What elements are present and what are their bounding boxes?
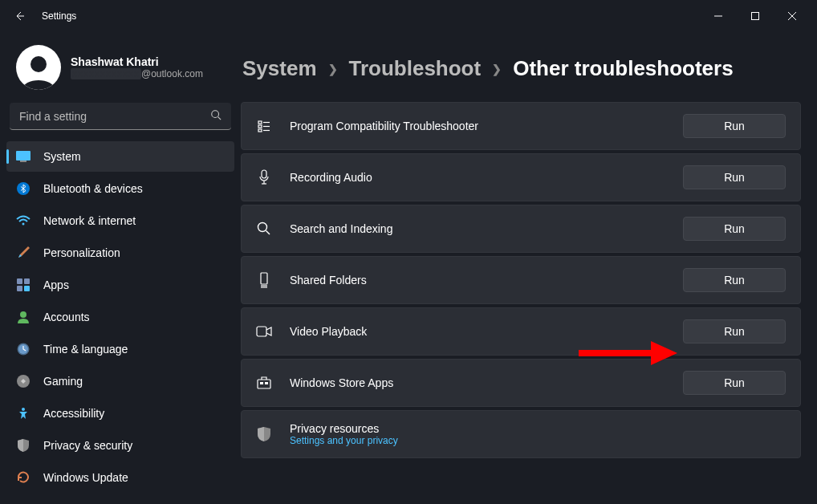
svg-rect-7 (16, 151, 30, 161)
maximize-button[interactable] (737, 3, 774, 29)
main-content: System ❯ Troubleshoot ❯ Other troublesho… (241, 32, 817, 504)
svg-rect-13 (17, 286, 22, 291)
profile-email: xxxxxxxxxxxx@outlook.com (71, 68, 203, 79)
nav-label: Accessibility (43, 407, 104, 420)
wifi-icon (16, 213, 30, 228)
nav-label: System (43, 150, 81, 163)
nav-item-personalization[interactable]: Personalization (6, 238, 234, 268)
folder-icon (256, 272, 272, 288)
troubleshooter-windows-store: Windows Store Apps Run (241, 359, 801, 407)
avatar (16, 45, 61, 90)
nav-label: Accounts (43, 311, 90, 323)
svg-rect-35 (258, 380, 270, 388)
svg-line-30 (266, 231, 270, 235)
troubleshooter-search-indexing: Search and Indexing Run (241, 205, 801, 253)
crumb-system[interactable]: System (242, 56, 317, 81)
profile-name: Shashwat Khatri (71, 55, 203, 68)
run-button[interactable]: Run (683, 371, 786, 395)
svg-point-15 (20, 311, 26, 318)
nav-label: Network & internet (43, 214, 136, 227)
search-input[interactable] (10, 103, 231, 130)
window-controls (700, 3, 811, 29)
svg-point-29 (258, 223, 267, 232)
troubleshooter-shared-folders: Shared Folders Run (241, 256, 801, 304)
close-icon (788, 12, 796, 20)
run-button[interactable]: Run (683, 114, 786, 138)
bluetooth-icon (16, 181, 30, 196)
svg-rect-31 (261, 273, 267, 284)
nav-item-accounts[interactable]: Accounts (6, 302, 234, 332)
svg-point-4 (30, 56, 47, 72)
clock-icon (16, 342, 30, 356)
compat-icon (256, 119, 272, 133)
privacy-resources-card[interactable]: Privacy resources Settings and your priv… (241, 410, 801, 458)
run-button[interactable]: Run (683, 319, 786, 343)
svg-rect-26 (262, 170, 266, 178)
troubleshooter-video-playback: Video Playback Run (241, 307, 801, 356)
nav-item-network[interactable]: Network & internet (6, 205, 234, 236)
svg-rect-20 (258, 121, 262, 124)
titlebar: Settings (0, 0, 817, 32)
svg-rect-22 (258, 125, 262, 128)
run-button[interactable]: Run (683, 217, 786, 241)
svg-rect-14 (24, 286, 30, 291)
account-icon (16, 310, 30, 324)
nav-item-accessibility[interactable]: Accessibility (6, 398, 234, 429)
nav-item-gaming[interactable]: Gaming (6, 366, 234, 396)
nav-item-apps[interactable]: Apps (6, 270, 234, 300)
shield-icon (16, 438, 30, 453)
shield-icon (256, 427, 272, 441)
run-button[interactable]: Run (683, 165, 786, 189)
troubleshooter-label: Search and Indexing (290, 222, 665, 235)
troubleshooter-recording-audio: Recording Audio Run (241, 153, 801, 201)
nav-item-privacy[interactable]: Privacy & security (6, 430, 234, 461)
profile-section[interactable]: Shashwat Khatri xxxxxxxxxxxx@outlook.com (6, 40, 234, 103)
mic-icon (256, 169, 272, 185)
nav-item-system[interactable]: System (6, 141, 234, 172)
search-icon (210, 109, 222, 124)
back-button[interactable] (6, 3, 32, 29)
svg-point-10 (22, 223, 25, 226)
troubleshooter-label: Shared Folders (290, 274, 665, 287)
chevron-right-icon: ❯ (328, 63, 338, 75)
svg-rect-12 (24, 278, 30, 284)
sidebar: Shashwat Khatri xxxxxxxxxxxx@outlook.com… (0, 32, 241, 504)
svg-rect-1 (752, 13, 759, 20)
nav-label: Bluetooth & devices (43, 182, 143, 195)
nav-list: System Bluetooth & devices Network & int… (6, 141, 234, 504)
nav-item-bluetooth[interactable]: Bluetooth & devices (6, 173, 234, 204)
apps-icon (16, 278, 30, 292)
search-icon (256, 222, 272, 236)
svg-rect-11 (17, 278, 22, 284)
svg-line-6 (218, 117, 222, 120)
svg-point-19 (22, 408, 25, 411)
svg-rect-8 (20, 161, 26, 162)
svg-rect-34 (257, 327, 266, 336)
back-arrow-icon (13, 10, 26, 22)
nav-item-update[interactable]: Windows Update (6, 462, 234, 493)
nav-label: Time & language (43, 343, 128, 356)
privacy-title: Privacy resources (290, 422, 786, 435)
nav-label: Apps (43, 278, 69, 291)
minimize-button[interactable] (700, 3, 737, 29)
chevron-right-icon: ❯ (492, 63, 502, 75)
system-icon (16, 149, 30, 164)
minimize-icon (714, 12, 722, 20)
video-icon (256, 326, 272, 337)
privacy-link[interactable]: Settings and your privacy (290, 435, 786, 446)
store-icon (256, 376, 272, 389)
gaming-icon (16, 374, 30, 388)
run-button[interactable]: Run (683, 268, 786, 292)
svg-rect-36 (260, 382, 263, 384)
close-button[interactable] (774, 3, 811, 29)
nav-label: Privacy & security (43, 439, 132, 452)
app-title: Settings (42, 10, 76, 22)
nav-item-time[interactable]: Time & language (6, 334, 234, 364)
svg-rect-37 (265, 382, 268, 384)
crumb-troubleshoot[interactable]: Troubleshoot (349, 56, 482, 81)
troubleshooter-label: Video Playback (290, 325, 665, 338)
nav-label: Gaming (43, 375, 83, 388)
update-icon (16, 470, 30, 485)
nav-label: Windows Update (43, 471, 128, 484)
breadcrumb: System ❯ Troubleshoot ❯ Other troublesho… (241, 56, 801, 81)
